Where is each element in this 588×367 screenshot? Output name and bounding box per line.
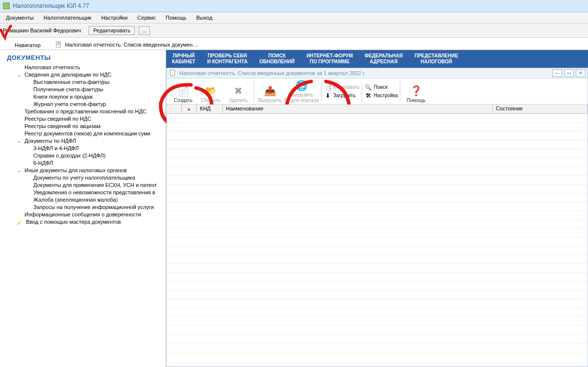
grid-row-empty [167,246,588,255]
svg-point-2 [20,220,22,221]
toolbar-separator [400,81,400,101]
current-user: Ромашкин Василий Федорович [3,27,85,33]
chevron-down-icon: ⌄ [17,167,22,174]
open-button[interactable]: 📂 Открыть [197,79,224,103]
nav-tree: Налоговая отчетность ⌄Сведения для декла… [2,63,164,226]
document-list-window: Налоговая отчетность. Список введенных д… [166,68,588,367]
grid-row-empty [167,326,588,335]
tree-complaint[interactable]: Жалоба (апелляционная жалоба) [2,196,164,203]
toolbar: 📄 Создать 📂 Открыть ✖ Удалить 📤 Выгр [167,79,588,105]
menu-help[interactable]: Помощь [161,13,192,22]
menu-service[interactable]: Сервис [132,13,161,22]
tree-invoice-journal[interactable]: Журнал учета счетов-фактур [2,100,164,107]
col-mark[interactable]: ▲ [182,105,197,113]
grid-row-empty [167,264,588,273]
grid-row-empty [167,273,588,282]
search-button[interactable]: 🔍 Поиск [365,84,398,91]
grid: ▲ КНД Наименование Состояние [167,105,588,367]
grid-header: ▲ КНД Наименование Состояние [167,105,588,114]
grid-row-empty [167,193,588,202]
minimize-button[interactable]: — [552,69,562,77]
tab-tax-report[interactable]: Налоговая отчетность. Список введенных д… [55,41,198,50]
tree-check-reg[interactable]: Реестр документов (чеков) для компенсаци… [2,130,164,137]
document-icon [55,41,62,48]
topnav-address[interactable]: ФЕДЕРАЛЬНАЯ АДРЕСНАЯ [359,53,409,65]
export-button[interactable]: 📤 Выгрузить [256,79,284,103]
load-button[interactable]: ⬇ Загрузить [324,92,360,99]
grid-rows [167,114,588,367]
tree-taxpayer-acct[interactable]: Документы по учету налогоплательщика [2,174,164,181]
menu-documents[interactable]: Документы [1,13,39,22]
tree-vds-registers[interactable]: Реестры сведений по НДС [2,115,164,122]
grid-row-empty [167,290,588,299]
tabbar: Навигатор Налоговая отчетность. Список в… [0,38,588,50]
settings-button[interactable]: 🛠 Настройка [365,92,398,99]
grid-row-empty [167,211,588,220]
tree-received-invoices[interactable]: Полученные счета-фактуры [2,85,164,93]
toolbar-side-group-2: 🔍 Поиск 🛠 Настройка [365,84,398,99]
tree-purchase-sales-books[interactable]: Книги покупок и продаж [2,93,164,100]
search-icon: 🔍 [365,84,372,91]
toolbar-separator [254,81,254,101]
toolbar-side-group: 📑 Копировать ⬇ Загрузить [324,84,360,99]
menu-taxpayer[interactable]: Налогоплательщик [39,13,97,22]
delete-button[interactable]: ✖ Удалить [224,79,252,103]
grid-row-empty [167,140,588,149]
tree-tax-reporting[interactable]: Налоговая отчетность [2,63,164,71]
tree-poa-info[interactable]: Информационные сообщения о доверенности [2,210,164,218]
tree-issued-invoices[interactable]: Выставленные счета-фактуры [2,78,164,85]
col-name[interactable]: Наименование [223,105,493,113]
tree-info-requests[interactable]: Запросы на получение информационной услу… [2,203,164,210]
grid-row-empty [167,255,588,264]
tree-ndfl6[interactable]: 6-НДФЛ [2,159,164,166]
tree-excise-registers[interactable]: Реестры сведений по акцизам [2,122,164,130]
grid-row-empty [167,202,588,211]
tree-ndfl2[interactable]: Справки о доходах (2-НДФЛ) [2,152,164,159]
tree-ndfl-docs[interactable]: ⌄Документы по НДФЛ [2,137,164,144]
svg-rect-0 [3,3,9,9]
grid-row-empty [167,317,588,326]
topnav-cabinet[interactable]: ЛИЧНЫЙ КАБИНЕТ [166,53,201,65]
grid-row-empty [167,343,588,352]
col-knd[interactable]: КНД [197,105,223,113]
topnav-forum[interactable]: ИНТЕРНЕТ-ФОРУМ ПО ПРОГРАММЕ [300,53,359,65]
menu-exit[interactable]: Выход [192,13,218,22]
tree-other-docs[interactable]: ⌄Иные документы для налоговых органов [2,166,164,174]
grid-row-empty [167,229,588,237]
tab-navigator[interactable]: Навигатор [15,42,41,50]
topnav-updates[interactable]: ПОИСК ОБНОВЛЕНИЙ [253,53,300,65]
tree-notices[interactable]: Уведомления о невозможности представлени… [2,188,164,196]
chevron-down-icon: ⌄ [17,138,22,144]
help-button[interactable]: ❓ Помощь [402,79,430,103]
grid-row-empty [167,237,588,246]
new-document-icon: 📄 [177,85,190,97]
tree-ndfl34[interactable]: 3-НДФЛ и 4-НДФЛ [2,144,164,152]
tree-vds-decl[interactable]: ⌄Сведения для декларации по НДС [2,71,164,78]
tree-wizard[interactable]: Ввод с помощью мастера документов [2,218,164,226]
topnav-submit[interactable]: ПРЕДСТАВЛЕНИЕ НАЛОГОВОЙ [409,53,464,65]
edit-user-button[interactable]: Редактировать [89,26,135,35]
tab-navigator-label: Навигатор [15,42,41,48]
subwin-controls: — ▭ ✕ [552,69,586,77]
topnav-verify[interactable]: ПРОВЕРЬ СЕБЯ И КОНТРАГЕНТА [201,53,253,65]
body: ДОКУМЕНТЫ Налоговая отчетность ⌄Сведения… [0,50,588,367]
app-window: Налогоплательщик ЮЛ 4.77 Документы Налог… [0,0,588,367]
titlebar: Налогоплательщик ЮЛ 4.77 [0,0,588,12]
export-tk-button[interactable]: 🌐 Выгрузить ТК для портала [284,79,319,103]
more-user-button[interactable]: ... [139,26,150,35]
sort-arrow-icon: ▲ [185,106,191,111]
tree-vds-requirements[interactable]: Требования о представлении пояснений по … [2,107,164,115]
create-button[interactable]: 📄 Создать [170,79,197,103]
col-expand[interactable] [167,105,182,113]
copy-button[interactable]: 📑 Копировать [324,84,360,91]
toolbar-separator [321,81,321,101]
close-button[interactable]: ✕ [576,69,586,77]
menu-settings[interactable]: Настройки [96,13,132,22]
main-panel: ЛИЧНЫЙ КАБИНЕТ ПРОВЕРЬ СЕБЯ И КОНТРАГЕНТ… [166,50,588,367]
grid-row-empty [167,149,588,158]
maximize-button[interactable]: ▭ [564,69,574,77]
export-portal-icon: 🌐 [295,79,308,91]
tree-eshn-usn[interactable]: Документы для применения ЕСХН, УСН и пат… [2,181,164,188]
export-icon: 📤 [264,85,276,97]
col-state[interactable]: Состояние [493,105,588,113]
